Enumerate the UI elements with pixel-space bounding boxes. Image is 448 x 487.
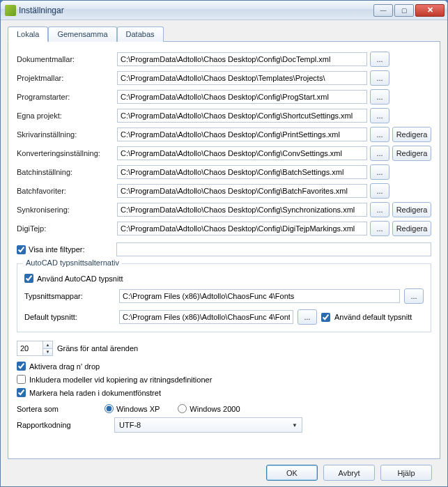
label-use-default-font: Använd default typsnitt <box>334 313 412 321</box>
tab-common[interactable]: Gemensamma <box>48 26 116 42</box>
settings-window: Inställningar — ▢ ✕ Lokala Gemensamma Da… <box>0 0 448 487</box>
input-own-projects[interactable] <box>117 109 367 123</box>
label-own-projects: Egna projekt: <box>17 111 114 120</box>
browse-batch-settings[interactable]: ... <box>370 164 389 180</box>
input-default-font[interactable] <box>119 310 293 324</box>
combo-report-encoding[interactable]: UTF-8 ▼ <box>114 417 302 433</box>
browse-doc-templates[interactable]: ... <box>370 52 389 67</box>
browse-program-starter[interactable]: ... <box>370 89 389 105</box>
browse-batch-favorites[interactable]: ... <box>370 183 389 199</box>
window-buttons: — ▢ ✕ <box>373 4 445 17</box>
check-enable-dragdrop[interactable] <box>17 362 26 371</box>
client-area: Lokala Gemensamma Databas Dokumentmallar… <box>1 20 447 486</box>
help-button[interactable]: Hjälp <box>380 465 432 481</box>
label-show-not-filetypes: Visa inte filtyper: <box>29 245 114 254</box>
browse-font-folders[interactable]: ... <box>404 288 424 304</box>
label-use-autocad-fonts: Använd AutoCAD typsnitt <box>37 275 123 283</box>
label-default-font: Default typsnitt: <box>24 313 115 321</box>
label-batch-settings: Batchinställning: <box>17 168 114 176</box>
label-program-starter: Programstarter: <box>17 93 114 101</box>
autocad-legend: AutoCAD typsnittsalternativ <box>23 258 122 267</box>
label-doc-templates: Dokumentmallar: <box>17 55 114 63</box>
label-convert-settings: Konverteringsinställning: <box>17 149 114 157</box>
input-doc-templates[interactable] <box>117 52 367 66</box>
check-include-models[interactable] <box>17 375 26 384</box>
input-digitejp[interactable] <box>117 222 367 235</box>
input-convert-settings[interactable] <box>117 146 367 160</box>
label-enable-dragdrop: Aktivera drag n' drop <box>29 362 100 371</box>
combo-report-encoding-value: UTF-8 <box>119 421 141 429</box>
label-case-limit: Gräns för antal ärenden <box>57 344 138 353</box>
window-title: Inställningar <box>19 6 373 15</box>
tab-local[interactable]: Lokala <box>8 26 48 42</box>
app-icon <box>5 5 16 16</box>
input-case-limit[interactable] <box>17 341 43 355</box>
input-font-folders[interactable] <box>119 289 400 303</box>
edit-convert-settings[interactable]: Redigera <box>392 146 431 161</box>
label-printer-settings: Skrivarinställning: <box>17 130 114 139</box>
titlebar: Inställningar — ▢ ✕ <box>1 1 447 20</box>
label-include-models: Inkludera modeller vid kopiering av ritn… <box>29 376 212 384</box>
cancel-button[interactable]: Avbryt <box>323 465 375 481</box>
check-mark-whole-row[interactable] <box>17 388 26 397</box>
radio-windows-xp[interactable] <box>105 404 114 413</box>
browse-convert-settings[interactable]: ... <box>370 146 389 161</box>
autocad-fieldset: AutoCAD typsnittsalternativ Använd AutoC… <box>17 263 431 332</box>
radio-windows-2000[interactable] <box>178 404 187 413</box>
minimize-button[interactable]: — <box>373 4 393 17</box>
label-synchronizing: Synkronisering: <box>17 206 114 214</box>
case-limit-spinner[interactable]: ▲ ▼ <box>17 341 53 356</box>
spinner-up-icon[interactable]: ▲ <box>43 341 52 349</box>
label-windows-2000: Windows 2000 <box>190 405 240 413</box>
tab-database[interactable]: Databas <box>117 26 164 42</box>
chevron-down-icon: ▼ <box>292 422 298 428</box>
label-report-encoding: Rapportkodning <box>17 421 107 429</box>
input-synchronizing[interactable] <box>117 203 367 217</box>
label-windows-xp: Windows XP <box>116 405 160 413</box>
browse-printer-settings[interactable]: ... <box>370 127 389 142</box>
label-sort-as: Sortera som <box>17 405 86 413</box>
maximize-button[interactable]: ▢ <box>394 4 414 17</box>
input-batch-settings[interactable] <box>117 165 367 179</box>
label-mark-whole-row: Markera hela raden i dokumentfönstret <box>29 389 161 397</box>
ok-button[interactable]: OK <box>266 465 318 481</box>
browse-own-projects[interactable]: ... <box>370 108 389 123</box>
label-digitejp: DigiTejp: <box>17 224 114 233</box>
close-button[interactable]: ✕ <box>415 4 445 17</box>
tab-strip: Lokala Gemensamma Databas <box>8 26 440 41</box>
dialog-footer: OK Avbryt Hjälp <box>8 459 440 481</box>
browse-synchronizing[interactable]: ... <box>370 202 389 217</box>
spinner-down-icon[interactable]: ▼ <box>43 349 52 356</box>
input-program-starter[interactable] <box>117 90 367 104</box>
label-font-folders: Typsnittsmappar: <box>24 292 115 300</box>
label-batch-favorites: Batchfavoriter: <box>17 187 114 195</box>
tab-panel-local: Dokumentmallar: ... Projektmallar: ... P… <box>8 41 440 459</box>
browse-project-templates[interactable]: ... <box>370 70 389 86</box>
check-show-not-filetypes[interactable] <box>17 245 26 254</box>
check-use-autocad-fonts[interactable] <box>24 274 33 283</box>
input-filetypes-filter[interactable] <box>116 242 431 256</box>
edit-synchronizing[interactable]: Redigera <box>392 202 431 217</box>
input-batch-favorites[interactable] <box>117 184 367 198</box>
edit-digitejp[interactable]: Redigera <box>392 221 431 236</box>
label-project-templates: Projektmallar: <box>17 74 114 82</box>
browse-digitejp[interactable]: ... <box>370 221 389 236</box>
input-project-templates[interactable] <box>117 71 367 85</box>
browse-default-font[interactable]: ... <box>298 309 317 325</box>
input-printer-settings[interactable] <box>117 127 367 141</box>
check-use-default-font[interactable] <box>321 313 330 322</box>
edit-printer-settings[interactable]: Redigera <box>392 127 431 142</box>
